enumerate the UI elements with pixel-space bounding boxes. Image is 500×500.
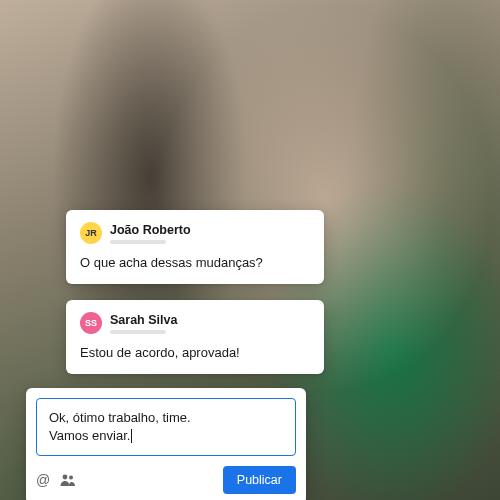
commenter-name: João Roberto (110, 223, 191, 237)
publish-button[interactable]: Publicar (223, 466, 296, 494)
svg-point-0 (63, 475, 68, 480)
svg-point-1 (69, 476, 73, 480)
mention-icon[interactable]: @ (36, 473, 50, 487)
timestamp-placeholder (110, 240, 166, 244)
comment-card: SS Sarah Silva Estou de acordo, aprovada… (66, 300, 324, 374)
text-cursor (131, 429, 132, 443)
compose-card: Ok, ótimo trabalho, time. Vamos enviar. … (26, 388, 306, 500)
compose-footer: @ Publicar (36, 466, 296, 494)
avatar: SS (80, 312, 102, 334)
comment-meta: João Roberto (110, 223, 191, 244)
compose-value: Ok, ótimo trabalho, time. Vamos enviar. (49, 410, 191, 443)
avatar: JR (80, 222, 102, 244)
compose-textarea[interactable]: Ok, ótimo trabalho, time. Vamos enviar. (36, 398, 296, 456)
compose-toolbar: @ (36, 473, 76, 487)
comment-header: JR João Roberto (80, 222, 310, 244)
comment-text: O que acha dessas mudanças? (80, 254, 310, 272)
timestamp-placeholder (110, 330, 166, 334)
avatar-initials: JR (85, 228, 97, 238)
avatar-initials: SS (85, 318, 97, 328)
people-icon[interactable] (60, 473, 76, 487)
comment-text: Estou de acordo, aprovada! (80, 344, 310, 362)
commenter-name: Sarah Silva (110, 313, 177, 327)
comment-header: SS Sarah Silva (80, 312, 310, 334)
comment-card: JR João Roberto O que acha dessas mudanç… (66, 210, 324, 284)
comment-meta: Sarah Silva (110, 313, 177, 334)
